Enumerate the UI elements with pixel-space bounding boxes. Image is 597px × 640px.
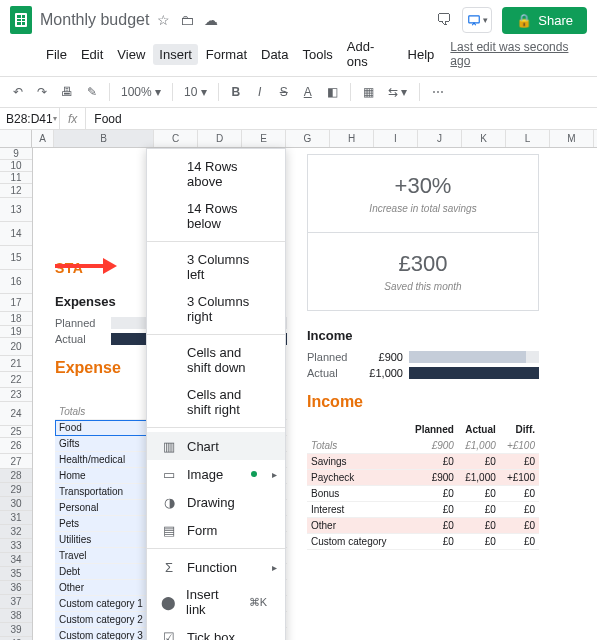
row-header[interactable]: 22 — [0, 372, 32, 388]
last-edit-link[interactable]: Last edit was seconds ago — [450, 40, 587, 68]
row-header[interactable]: 14 — [0, 222, 32, 246]
income-actual-val: £1,000 — [363, 367, 403, 379]
table-row[interactable]: Bonus£0£0£0 — [307, 486, 539, 502]
col-header[interactable]: A — [32, 130, 54, 147]
menu-insert[interactable]: Insert — [153, 44, 198, 65]
col-header[interactable]: C — [154, 130, 198, 147]
table-row[interactable]: Interest£0£0£0 — [307, 502, 539, 518]
row-header[interactable]: 13 — [0, 198, 32, 222]
row-header[interactable]: 16 — [0, 270, 32, 294]
row-header[interactable]: 9 — [0, 148, 32, 160]
cloud-icon[interactable]: ☁ — [204, 12, 218, 28]
row-header[interactable]: 17 — [0, 294, 32, 312]
table-row[interactable]: Savings£0£0£0 — [307, 454, 539, 470]
merge-icon[interactable]: ⇆ ▾ — [383, 81, 412, 103]
italic-button[interactable]: I — [250, 81, 270, 103]
menu-shift-right[interactable]: Cells and shift right — [147, 381, 285, 423]
menu-data[interactable]: Data — [255, 44, 294, 65]
row-header[interactable]: 10 — [0, 160, 32, 172]
menu-insert-link[interactable]: ⬤Insert link⌘K — [147, 581, 285, 623]
col-header[interactable]: L — [506, 130, 550, 147]
fill-color-icon[interactable]: ◧ — [322, 81, 343, 103]
menu-view[interactable]: View — [111, 44, 151, 65]
menu-help[interactable]: Help — [402, 44, 441, 65]
row-header[interactable]: 24 — [0, 402, 32, 426]
bold-button[interactable]: B — [226, 81, 246, 103]
strike-button[interactable]: S — [274, 81, 294, 103]
name-box[interactable]: B28:D41▾ — [0, 108, 60, 129]
row-header[interactable]: 15 — [0, 246, 32, 270]
menu-cols-right[interactable]: 3 Columns right — [147, 288, 285, 330]
table-row[interactable]: Custom category£0£0£0 — [307, 534, 539, 550]
menu-cols-left[interactable]: 3 Columns left — [147, 246, 285, 288]
row-header[interactable]: 33 — [0, 539, 32, 553]
share-button[interactable]: 🔒 Share — [502, 7, 587, 34]
col-header[interactable]: H — [330, 130, 374, 147]
menu-tools[interactable]: Tools — [296, 44, 338, 65]
redo-icon[interactable]: ↷ — [32, 81, 52, 103]
menu-chart[interactable]: ▥Chart — [147, 432, 285, 460]
row-header[interactable]: 27 — [0, 454, 32, 469]
borders-icon[interactable]: ▦ — [358, 81, 379, 103]
col-header[interactable]: M — [550, 130, 594, 147]
table-row[interactable]: Other£0£0£0 — [307, 518, 539, 534]
print-icon[interactable]: 🖶 — [56, 81, 78, 103]
row-header[interactable]: 23 — [0, 388, 32, 402]
row-header[interactable]: 19 — [0, 326, 32, 338]
row-header[interactable]: 32 — [0, 525, 32, 539]
row-header[interactable]: 36 — [0, 581, 32, 595]
undo-icon[interactable]: ↶ — [8, 81, 28, 103]
table-row[interactable]: Paycheck£900£1,000+£100 — [307, 470, 539, 486]
doc-title[interactable]: Monthly budget — [40, 11, 149, 29]
col-header[interactable]: E — [242, 130, 286, 147]
menu-drawing[interactable]: ◑Drawing — [147, 488, 285, 516]
sheets-logo-icon[interactable] — [10, 6, 32, 34]
menu-tick-box[interactable]: ☑Tick box — [147, 623, 285, 640]
move-icon[interactable]: 🗀 — [180, 12, 194, 28]
row-header[interactable]: 37 — [0, 595, 32, 609]
row-header[interactable]: 12 — [0, 184, 32, 198]
menu-shift-down[interactable]: Cells and shift down — [147, 339, 285, 381]
select-all-corner[interactable] — [0, 130, 32, 147]
menu-edit[interactable]: Edit — [75, 44, 109, 65]
menu-format[interactable]: Format — [200, 44, 253, 65]
row-header[interactable]: 11 — [0, 172, 32, 184]
formula-input[interactable]: Food — [86, 112, 129, 126]
font-size-select[interactable]: 10 ▾ — [180, 85, 211, 99]
col-header[interactable]: I — [374, 130, 418, 147]
more-toolbar-icon[interactable]: ⋯ — [427, 81, 449, 103]
row-header[interactable]: 39 — [0, 623, 32, 637]
text-color-button[interactable]: A — [298, 81, 318, 103]
col-header[interactable]: D — [198, 130, 242, 147]
menu-function[interactable]: ΣFunction▸ — [147, 553, 285, 581]
paint-format-icon[interactable]: ✎ — [82, 81, 102, 103]
row-header[interactable]: 18 — [0, 312, 32, 326]
row-header[interactable]: 25 — [0, 426, 32, 438]
menu-file[interactable]: File — [40, 44, 73, 65]
sheet-content[interactable]: STACE Expenses Planned Actual Expense Di… — [33, 148, 597, 640]
row-header[interactable]: 26 — [0, 438, 32, 454]
row-header[interactable]: 34 — [0, 553, 32, 567]
menu-rows-above[interactable]: 14 Rows above — [147, 153, 285, 195]
row-header[interactable]: 38 — [0, 609, 32, 623]
col-header[interactable]: B — [54, 130, 154, 147]
row-header[interactable]: 29 — [0, 483, 32, 497]
menu-addons[interactable]: Add-ons — [341, 36, 400, 72]
actual-label: Actual — [55, 333, 105, 345]
row-header[interactable]: 31 — [0, 511, 32, 525]
menu-form[interactable]: ▤Form — [147, 516, 285, 544]
menu-image[interactable]: ▭Image▸ — [147, 460, 285, 488]
star-icon[interactable]: ☆ — [157, 12, 170, 28]
col-header[interactable]: G — [286, 130, 330, 147]
col-header[interactable]: J — [418, 130, 462, 147]
row-header[interactable]: 20 — [0, 338, 32, 356]
comment-history-icon[interactable]: 🗨 — [436, 11, 452, 29]
col-header[interactable]: K — [462, 130, 506, 147]
present-button[interactable]: ▾ — [462, 7, 492, 33]
row-header[interactable]: 35 — [0, 567, 32, 581]
row-header[interactable]: 30 — [0, 497, 32, 511]
row-header[interactable]: 28 — [0, 469, 32, 483]
row-header[interactable]: 21 — [0, 356, 32, 372]
zoom-select[interactable]: 100% ▾ — [117, 85, 165, 99]
menu-rows-below[interactable]: 14 Rows below — [147, 195, 285, 237]
